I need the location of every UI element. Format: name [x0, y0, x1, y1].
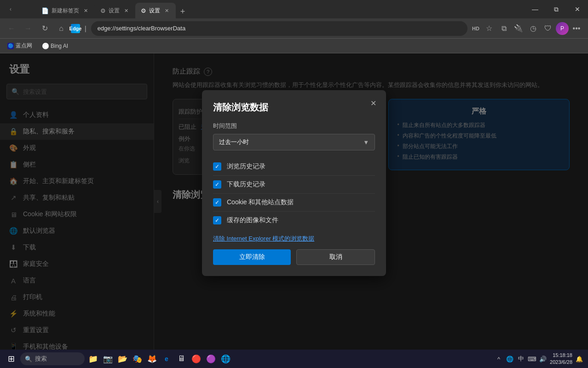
browser-essentials-button[interactable]: 🛡	[541, 22, 555, 35]
tab-settings2-close[interactable]: ✕	[163, 7, 170, 14]
terminal-icon: 🖥	[178, 354, 185, 363]
taskbar-network-icon[interactable]: 🌐	[505, 352, 515, 365]
taskbar-camera[interactable]: 📷	[101, 352, 114, 365]
start-icon: ⊞	[8, 354, 15, 364]
profile-button[interactable]: P	[556, 22, 569, 35]
new-tab-icon: +	[180, 7, 185, 17]
maximize-button[interactable]: ⧉	[546, 0, 567, 18]
taskbar-media[interactable]: 🎭	[131, 352, 144, 365]
clear-now-label: 立即清除	[239, 253, 265, 261]
tab-new[interactable]: 📄 新建标签页 ✕	[36, 3, 95, 18]
minimize-button[interactable]: —	[525, 0, 546, 18]
addressbar: ← → ↻ ⌂ Edge | edge://settings/clearBrow…	[0, 18, 588, 39]
checkbox-1[interactable]: ✓	[213, 180, 221, 189]
taskbar-edge[interactable]: e	[160, 352, 173, 365]
taskbar-search[interactable]: 🔍 搜索	[20, 352, 85, 365]
close-button[interactable]: ✕	[567, 0, 588, 18]
extensions-button[interactable]: 🔌	[512, 22, 525, 35]
profile-icon: P	[560, 25, 564, 32]
history-button[interactable]: ◷	[526, 22, 540, 35]
checkbox-row-1: ✓ 下载历史记录	[213, 176, 375, 194]
new-tab-button[interactable]: +	[176, 5, 190, 18]
cancel-button[interactable]: 取消	[296, 249, 375, 265]
start-button[interactable]: ⊞	[4, 351, 18, 366]
edge-logo: Edge	[71, 24, 80, 33]
checkbox-0[interactable]: ✓	[213, 162, 221, 171]
forward-icon: →	[24, 24, 32, 33]
refresh-icon: ↻	[42, 24, 48, 33]
taskbar-keyboard-icon[interactable]: ⌨	[527, 352, 537, 365]
taskbar-folder[interactable]: 📂	[116, 352, 129, 365]
taskbar-file-explorer[interactable]: 📁	[86, 352, 99, 365]
tab-settings2-icon: ⚙	[141, 7, 146, 14]
ie-mode-link[interactable]: 清除 Internet Explorer 模式的浏览数据	[213, 235, 375, 243]
modal-close-icon: ✕	[370, 99, 376, 108]
tab-page-icon: 📄	[41, 7, 49, 14]
purple-app-icon: 🟣	[206, 354, 216, 364]
forward-button[interactable]: →	[21, 22, 35, 35]
modal-buttons: 立即清除 取消	[213, 249, 375, 265]
checkbox-label-3: 缓存的图像和文件	[227, 216, 278, 224]
tab-close-btn[interactable]: ✕	[82, 7, 89, 14]
checkbox-row-0: ✓ 浏览历史记录	[213, 158, 375, 176]
fav-icon-landian: 🔵	[7, 43, 14, 49]
checkbox-label-2: Cookie 和其他站点数据	[227, 198, 294, 207]
home-button[interactable]: ⌂	[54, 22, 68, 35]
notification-icon[interactable]: 🔔	[574, 352, 584, 365]
history-icon: ◷	[530, 24, 536, 33]
favorites-bar: 🔵 蓝点网 ◯ Bing AI	[0, 39, 588, 53]
favorites-button[interactable]: ☆	[482, 22, 496, 35]
modal-close-button[interactable]: ✕	[367, 97, 380, 109]
address-bar[interactable]: edge://settings/clearBrowserData	[91, 21, 467, 36]
checkbox-2[interactable]: ✓	[213, 198, 221, 207]
back-icon: ←	[8, 24, 15, 33]
maximize-icon: ⧉	[554, 6, 559, 13]
checkbox-3[interactable]: ✓	[213, 216, 221, 224]
clock-date: 2023/6/28	[550, 359, 572, 366]
essentials-icon: 🛡	[544, 24, 552, 33]
cancel-label: 取消	[329, 253, 342, 261]
taskbar-purple-app[interactable]: 🟣	[204, 352, 217, 365]
edge-taskbar-icon: e	[165, 355, 168, 362]
close-icon: ✕	[575, 6, 580, 13]
toolbar: HD ☆ ⧉ 🔌 ◷ 🛡 P •••	[470, 22, 583, 35]
fav-item-landian[interactable]: 🔵 蓝点网	[5, 41, 35, 51]
refresh-button[interactable]: ↻	[38, 22, 52, 35]
tab-settings1-icon: ⚙	[100, 7, 106, 14]
hd-button[interactable]: HD	[470, 22, 481, 35]
back-button[interactable]: ←	[5, 22, 18, 35]
tab-settings1[interactable]: ⚙ 设置 ✕	[95, 3, 135, 18]
split-button[interactable]: ⧉	[497, 22, 511, 35]
more-button[interactable]: •••	[570, 22, 583, 35]
tab-settings1-close[interactable]: ✕	[122, 7, 130, 14]
taskbar-volume-icon[interactable]: 🔊	[538, 352, 548, 365]
minimize-icon: —	[532, 6, 538, 13]
time-range-select[interactable]: 过去一小时 ▼	[213, 134, 375, 150]
taskbar-expand-icon[interactable]: ^	[494, 352, 504, 365]
checkbox-row-3: ✓ 缓存的图像和文件	[213, 212, 375, 229]
checkbox-row-2: ✓ Cookie 和其他站点数据	[213, 194, 375, 212]
clear-now-button[interactable]: 立即清除	[213, 249, 291, 265]
tab-area: 📄 新建标签页 ✕ ⚙ 设置 ✕ ⚙ 设置 ✕ +	[17, 0, 525, 18]
tab-settings2[interactable]: ⚙ 设置 ✕	[135, 3, 176, 18]
tab-prev-btn[interactable]: ‹	[4, 2, 17, 16]
favorites-icon: ☆	[486, 24, 492, 33]
taskbar-terminal[interactable]: 🖥	[175, 352, 188, 365]
edge-logo-text: Edge	[69, 26, 82, 31]
time-range-value: 过去一小时	[219, 138, 249, 146]
checkbox-label-0: 浏览历史记录	[227, 162, 265, 171]
red-app-icon: 🔴	[191, 354, 201, 364]
taskbar-right: ^ 🌐 中 ⌨ 🔊 15:18:18 2023/6/28 🔔	[494, 352, 584, 366]
tab-label: 新建标签页	[52, 7, 79, 15]
modal-overlay: ✕ 清除浏览数据 时间范围 过去一小时 ▼ ✓ 浏览历史记录 ✓ 下载历史记录 …	[0, 53, 588, 350]
taskbar-ime-icon[interactable]: 中	[516, 352, 526, 365]
taskbar-firefox[interactable]: 🦊	[145, 352, 158, 365]
more-icon: •••	[573, 24, 581, 33]
taskbar-red-app[interactable]: 🔴	[190, 352, 202, 365]
taskbar-clock[interactable]: 15:18:18 2023/6/28	[550, 352, 572, 366]
url-text: edge://settings/clearBrowserData	[98, 25, 185, 32]
fav-item-bingai[interactable]: ◯ Bing AI	[40, 42, 71, 50]
taskbar-globe[interactable]: 🌐	[219, 352, 232, 365]
system-icons: ^ 🌐 中 ⌨ 🔊	[494, 352, 548, 365]
split-icon: ⧉	[502, 24, 507, 33]
